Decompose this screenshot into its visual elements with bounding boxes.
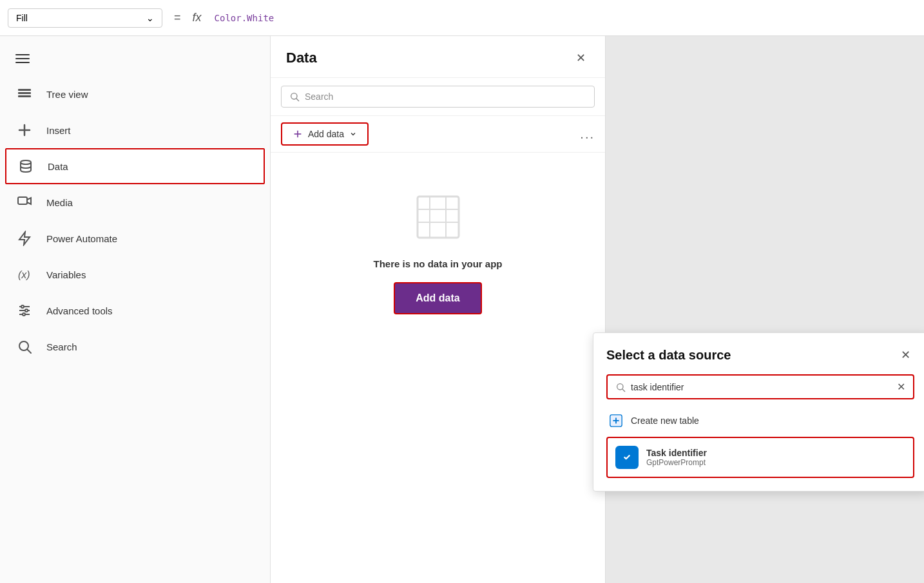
svg-text:(x): (x) xyxy=(18,269,30,280)
add-data-large-button[interactable]: Add data xyxy=(394,282,481,314)
plus-icon xyxy=(15,121,34,139)
sidebar: Tree view Insert Data xyxy=(0,36,271,583)
plus-icon xyxy=(293,129,303,139)
empty-state-text: There is no data in your app xyxy=(373,258,502,269)
data-search-input[interactable] xyxy=(305,91,586,102)
data-panel-close-button[interactable]: ✕ xyxy=(572,49,590,67)
sidebar-item-label: Insert xyxy=(46,125,71,136)
search-icon xyxy=(15,338,34,356)
sidebar-item-advanced-tools[interactable]: Advanced tools xyxy=(0,292,270,329)
svg-rect-24 xyxy=(418,196,459,238)
datasource-search-input[interactable] xyxy=(631,382,892,392)
create-new-table-item[interactable]: Create new table xyxy=(606,407,914,434)
datasource-result-info: Task identifier GptPowerPrompt xyxy=(646,448,707,467)
database-icon xyxy=(17,157,35,175)
svg-rect-0 xyxy=(18,95,31,97)
sidebar-item-label: Variables xyxy=(46,269,86,280)
data-panel-title: Data xyxy=(286,50,317,66)
main-layout: Tree view Insert Data xyxy=(0,36,924,583)
svg-line-30 xyxy=(622,389,625,392)
data-search-box[interactable] xyxy=(281,86,595,108)
formula-value: Color.White xyxy=(215,13,274,23)
svg-point-15 xyxy=(21,305,24,308)
sidebar-item-media[interactable]: Media xyxy=(0,184,270,220)
task-identifier-icon xyxy=(615,446,639,469)
formula-bar: Fill ⌄ = fx Color.White xyxy=(0,0,924,36)
media-icon xyxy=(15,193,34,211)
svg-line-21 xyxy=(296,99,299,101)
sidebar-item-data[interactable]: Data xyxy=(5,148,265,184)
more-options-button[interactable]: ... xyxy=(580,127,595,142)
select-datasource-close-button[interactable]: ✕ xyxy=(896,346,914,364)
data-panel-empty-state: There is no data in your app Add data xyxy=(271,153,605,340)
equals-sign: = xyxy=(174,11,181,24)
sidebar-item-label: Search xyxy=(46,341,77,352)
add-data-button[interactable]: Add data xyxy=(281,122,369,146)
svg-line-19 xyxy=(28,350,32,354)
property-selector[interactable]: Fill ⌄ xyxy=(8,8,162,28)
fx-label: fx xyxy=(193,11,202,24)
svg-point-16 xyxy=(25,309,28,312)
sidebar-item-label: Tree view xyxy=(46,89,88,100)
svg-point-5 xyxy=(21,160,31,164)
svg-rect-2 xyxy=(18,89,31,91)
chevron-down-icon: ⌄ xyxy=(146,13,154,23)
svg-rect-1 xyxy=(18,92,31,94)
sidebar-item-tree-view[interactable]: Tree view xyxy=(0,76,270,112)
sidebar-item-label: Media xyxy=(46,197,73,208)
chevron-down-icon xyxy=(349,130,357,138)
sidebar-item-label: Advanced tools xyxy=(46,305,113,316)
content-area: Data ✕ Add data xyxy=(271,36,924,583)
select-datasource-header: Select a data source ✕ xyxy=(606,346,914,364)
data-panel-search-area xyxy=(271,78,605,116)
create-new-table-label: Create new table xyxy=(631,416,699,426)
svg-rect-6 xyxy=(18,197,27,204)
create-table-icon xyxy=(609,414,623,428)
search-icon xyxy=(289,91,300,102)
sidebar-item-label: Data xyxy=(48,161,68,172)
select-datasource-panel: Select a data source ✕ ✕ Create new tabl… xyxy=(593,332,924,492)
search-icon xyxy=(615,382,626,392)
hamburger-menu[interactable] xyxy=(0,46,270,71)
property-selector-label: Fill xyxy=(16,13,28,23)
sidebar-item-search[interactable]: Search xyxy=(0,329,270,365)
layers-icon xyxy=(15,85,34,103)
hamburger-icon xyxy=(15,54,255,63)
datasource-clear-button[interactable]: ✕ xyxy=(897,381,905,393)
sidebar-item-label: Power Automate xyxy=(46,233,117,244)
add-data-button-label: Add data xyxy=(308,129,344,139)
data-panel-header: Data ✕ xyxy=(271,36,605,78)
sidebar-item-insert[interactable]: Insert xyxy=(0,112,270,148)
datasource-result-name: Task identifier xyxy=(646,448,707,458)
data-panel: Data ✕ Add data xyxy=(271,36,606,583)
datasource-result-item[interactable]: Task identifier GptPowerPrompt xyxy=(606,437,914,478)
svg-marker-7 xyxy=(19,232,30,245)
data-panel-toolbar: Add data ... xyxy=(271,116,605,153)
tools-icon xyxy=(15,301,34,320)
lightning-icon xyxy=(15,229,34,247)
datasource-result-subtitle: GptPowerPrompt xyxy=(646,458,707,467)
grid-icon xyxy=(412,191,464,245)
sidebar-item-power-automate[interactable]: Power Automate xyxy=(0,220,270,256)
variables-icon: (x) xyxy=(15,265,34,283)
sidebar-item-variables[interactable]: (x) Variables xyxy=(0,256,270,292)
svg-point-17 xyxy=(23,313,25,316)
datasource-search-box[interactable]: ✕ xyxy=(606,374,914,399)
select-datasource-title: Select a data source xyxy=(606,348,731,363)
